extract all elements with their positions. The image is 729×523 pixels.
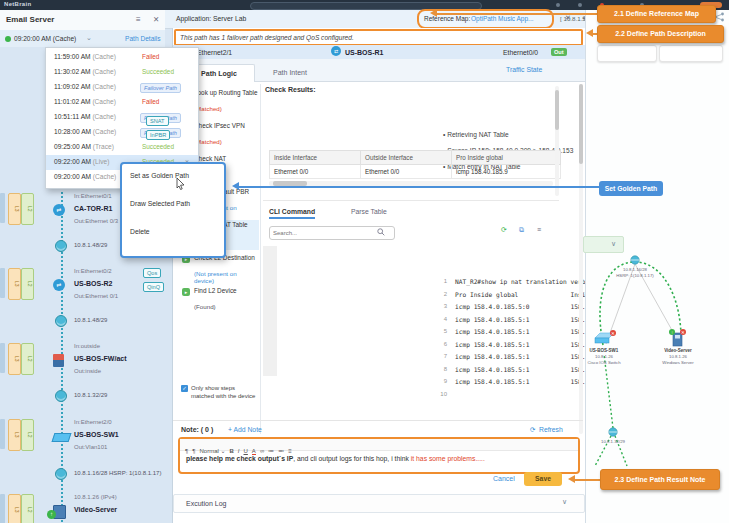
editor-tool-icon[interactable]: ¶ (185, 448, 188, 454)
tab-parse-table[interactable]: Parse Table (351, 208, 387, 215)
search-icon (377, 228, 385, 236)
chevron-down-icon[interactable]: ∨ (611, 240, 616, 248)
map-action-button[interactable] (597, 45, 657, 62)
editor-tool-icon[interactable]: Normal ⌄ (199, 448, 225, 454)
path-details-link[interactable]: Path Details (125, 35, 161, 42)
reference-map-link[interactable]: OptiPath Music App... (471, 15, 534, 22)
note-text[interactable]: please help me check output`s IP, and cl… (186, 455, 566, 462)
execution-log-bar[interactable]: Excution Log ∨ (173, 494, 585, 513)
network-segment-icon[interactable] (55, 390, 67, 402)
save-button[interactable]: Save (524, 472, 562, 486)
map-legend-box[interactable]: ∨ (583, 236, 624, 253)
editor-tool-icon[interactable]: ≕ (278, 448, 284, 454)
note-text-bold: please help me check output`s IP (186, 455, 293, 462)
network-segment-icon[interactable] (55, 315, 67, 327)
table-cell: Ethernet 0/0 (361, 165, 452, 179)
reference-map-box[interactable]: Reference Map: OptiPath Music App... (417, 9, 554, 29)
editor-tool-icon[interactable]: B (230, 448, 234, 454)
layer3-tab[interactable]: L3 (8, 193, 21, 225)
menu-item-draw-selected-path[interactable]: Draw Selected Path (130, 200, 190, 207)
netbrain-logo: NetBrain (4, 1, 31, 7)
results-scrollbar[interactable] (555, 86, 559, 196)
editor-tool-icon[interactable]: I (238, 448, 240, 454)
history-time: 10:28:00 AM (Cache) (54, 128, 116, 135)
editor-tool-icon[interactable]: ¶ (192, 448, 195, 454)
map-action-button[interactable] (659, 45, 723, 62)
code-gutter (263, 246, 277, 376)
hop-device-name[interactable]: US-BOS-FW/act (74, 355, 127, 362)
menu-item-delete[interactable]: Delete (130, 228, 150, 235)
firewall-icon[interactable] (53, 354, 64, 367)
history-row[interactable]: 11:59:00 AM (Cache)Failed (46, 50, 198, 65)
layer2-tab[interactable]: L2 (21, 193, 34, 225)
network-segment-icon[interactable] (55, 468, 67, 480)
server-icon[interactable] (673, 333, 682, 346)
toolbar-dot-icon[interactable] (556, 3, 560, 7)
editor-tool-icon[interactable]: U (244, 448, 248, 454)
current-timestamp[interactable]: 09:20:00 AM (Cache) (14, 35, 76, 42)
checkbox-checked-icon[interactable]: ✓ (181, 385, 188, 392)
layer2-tab[interactable]: L2 (21, 343, 34, 375)
editor-tool-icon[interactable]: ≡ (288, 448, 292, 454)
cancel-button[interactable]: Cancel (493, 475, 515, 482)
panel-menu-icon[interactable]: ≡ (136, 15, 141, 24)
tab-cli-command[interactable]: CLI Command (269, 208, 315, 219)
cli-menu-icon[interactable]: ≡ (537, 226, 541, 233)
layer2-tab[interactable]: L2 (21, 494, 34, 523)
check-step[interactable]: ▸Find L2 Device(Found) (178, 286, 259, 316)
chevron-down-icon[interactable]: ⌄ (86, 34, 92, 42)
chevron-down-icon[interactable]: ∨ (562, 498, 567, 506)
export-icon[interactable]: ⧉ (519, 226, 524, 234)
check-step-result: (Not present on device) (194, 270, 258, 284)
editor-tool-icon[interactable]: A (252, 448, 256, 455)
history-type: (Cache) (92, 68, 115, 75)
history-status: Failed (142, 98, 159, 105)
history-row[interactable]: 09:25:00 AM (Trace)Succeeded (46, 140, 198, 155)
layer2-tab[interactable]: L2 (21, 268, 34, 300)
cursor-icon (176, 178, 186, 190)
hop-device-name[interactable]: US-BOS-R2 (74, 280, 113, 287)
switch-icon[interactable] (52, 433, 72, 442)
cli-qapp-icon[interactable]: ⟳ (501, 226, 507, 234)
history-time: 09:20:00 AM (Cache) (54, 173, 116, 180)
hop-detail-panel: This path has 1 failover path designed a… (172, 28, 586, 523)
editor-tool-icon[interactable]: ∞ (260, 448, 264, 454)
hop-device-name[interactable]: US-BOS-SW1 (74, 431, 119, 438)
history-time: 11:09:02 AM (Cache) (54, 83, 116, 90)
note-editor[interactable]: ¶¶Normal ⌄BIUA∞≔≕≡ please help me check … (178, 437, 580, 474)
path-description-box[interactable]: This path has 1 failover path designed a… (174, 29, 583, 46)
hop-device-name: US-BOS-R1 (345, 49, 384, 56)
code-line-number: 9 (436, 378, 447, 384)
path-context-menu: Set as Golden PathDraw Selected PathDele… (120, 162, 226, 258)
router-icon[interactable]: ⇄ (53, 204, 65, 216)
traffic-state-link[interactable]: Traffic State (506, 66, 542, 73)
history-row[interactable]: 11:09:02 AM (Cache)Failover Path (46, 80, 198, 95)
netbrain-app: NetBrain Application: Server Lab Referen… (0, 0, 729, 523)
refresh-icon[interactable]: ⟳ (530, 426, 535, 434)
history-row[interactable]: 11:30:02 AM (Cache)Succeeded (46, 65, 198, 80)
layer2-tab[interactable]: L2 (21, 419, 34, 451)
router-icon[interactable]: ⇄ (53, 279, 65, 291)
close-path-icon[interactable]: ✕ (565, 14, 571, 22)
layer3-tab[interactable]: L3 (8, 343, 21, 375)
panel-close-icon[interactable]: ✕ (153, 15, 159, 24)
toolbar-dot-icon[interactable] (578, 3, 582, 7)
code-line-number: 2 (436, 291, 447, 297)
history-row[interactable]: 10:28:00 AM (Cache)Failover Path (46, 125, 198, 140)
editor-tool-icon[interactable]: ≔ (268, 448, 274, 454)
refresh-link[interactable]: Refresh (539, 426, 563, 433)
tab-path-intent[interactable]: Path Intent (255, 64, 325, 81)
layer3-tab[interactable]: L3 (8, 268, 21, 300)
arrow-left-icon (426, 9, 437, 17)
arrow-left-icon (564, 475, 575, 483)
layer3-tab[interactable]: L3 (8, 419, 21, 451)
network-segment-icon[interactable] (55, 240, 67, 252)
layer3-tab[interactable]: L3 (8, 494, 21, 523)
panel-scrollbar[interactable] (579, 84, 583, 434)
hop-device-name[interactable]: Video-Server (74, 506, 117, 513)
hop-device-name[interactable]: CA-TOR-R1 (74, 205, 112, 212)
check-step-result: (Matched) (194, 138, 258, 145)
history-row[interactable]: 10:51:11 AM (Cache)Failover Path (46, 110, 198, 125)
add-note-link[interactable]: + Add Note (228, 426, 262, 433)
history-row[interactable]: 11:01:02 AM (Cache)Failed (46, 95, 198, 110)
